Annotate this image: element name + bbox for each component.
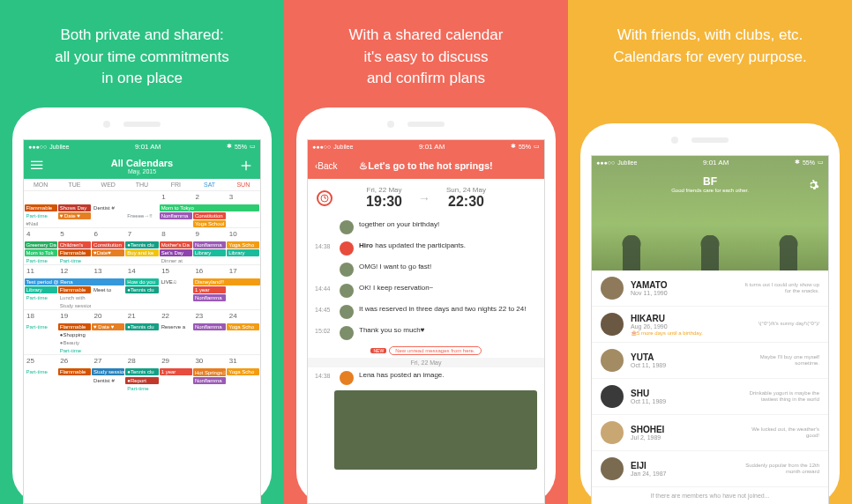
calendar-event[interactable]: Mom to Tok — [25, 249, 57, 256]
friend-row[interactable]: SHUOct 11, 1989Drinkable yogurt is maybe… — [592, 379, 828, 415]
calendar-event[interactable]: Library — [25, 286, 57, 293]
calendar-event[interactable]: Yoga School — [193, 220, 226, 227]
friend-row[interactable]: HIKARUAug 26, 1990🎂5 more days until a b… — [592, 307, 828, 343]
calendar-event[interactable]: Buy and ke — [125, 249, 158, 256]
calendar-event[interactable]: Nonflamma — [160, 212, 192, 219]
phone-frame: ●●●○○Jubilee 9:01 AM ✱55%▭ All Calendars… — [12, 107, 272, 504]
friend-row[interactable]: EIJIJan 24, 1987Suddenly popular from th… — [592, 451, 828, 487]
friend-row[interactable]: YUTAOct 11, 1989Maybe I'll buy one mysel… — [592, 343, 828, 379]
calendar-event[interactable]: Mother's Da — [160, 241, 192, 248]
calendar-event[interactable]: Yoga Scho — [227, 368, 259, 375]
friend-quote: \(°0°)/It's sunny day!\(°0°)/ — [759, 321, 819, 327]
calendar-event[interactable]: Yoga Scho — [227, 323, 259, 330]
calendar-event[interactable]: How do you — [125, 278, 158, 285]
chat-message[interactable]: 15:02Thank you so much♥ — [308, 322, 544, 344]
calendar-event[interactable]: Part-time — [25, 323, 57, 330]
calendar-event[interactable]: Greenery Da — [25, 241, 57, 248]
status-time: 9:01 AM — [419, 143, 445, 151]
gear-icon[interactable] — [807, 179, 819, 193]
posted-image[interactable] — [334, 390, 537, 470]
calendar-event[interactable]: 1 year — [160, 368, 192, 375]
menu-button[interactable] — [31, 159, 63, 173]
calendar-event[interactable]: Library — [193, 249, 226, 256]
calendar-event[interactable]: Shows Day — [58, 204, 91, 211]
friend-row[interactable]: SHOHEIJul 2, 1989We lucked out, the weat… — [592, 415, 828, 451]
calendar-event[interactable]: Library — [227, 249, 259, 256]
nav-title[interactable]: All Calendars — [63, 158, 221, 168]
new-messages-divider: NEWNew unread messages from here. — [308, 344, 544, 358]
calendar-event[interactable]: Hot Springs♨ — [193, 368, 226, 376]
calendar-event[interactable]: Flammable — [58, 249, 91, 256]
calendar-event[interactable]: ●Tennis clu — [125, 286, 158, 293]
calendar-event[interactable]: ●Tennis clu — [125, 323, 158, 330]
calendar-event[interactable]: Part-time — [25, 257, 57, 264]
footer-hint: If there are members who have not joined… — [592, 487, 828, 504]
calendar-event[interactable]: Dentist # — [92, 204, 124, 211]
calendar-event[interactable]: Nonflamma — [193, 377, 226, 384]
svg-rect-2 — [31, 168, 42, 169]
calendar-grid[interactable]: 123FlammableShows DayDentist #Mom to Tok… — [24, 190, 260, 392]
friend-row[interactable]: YAMATONov 11, 1990It turns out I could o… — [592, 271, 828, 307]
calendar-event[interactable]: Part-time — [125, 385, 158, 392]
calendar-event[interactable]: Part-time — [25, 368, 57, 375]
chat-message[interactable]: together on your birthday! — [308, 217, 544, 238]
avatar — [601, 349, 624, 372]
chat-message[interactable]: 14:38 Lena has posted an image. — [308, 367, 544, 389]
friend-quote: Drinkable yogurt is maybe the tastiest t… — [740, 390, 819, 403]
calendar-event[interactable]: Mom to Tokyo — [160, 204, 260, 211]
group-title: BF — [592, 175, 828, 188]
calendar-event[interactable]: ●Tennis clu — [125, 241, 158, 248]
clock-icon — [317, 190, 333, 206]
calendar-event[interactable]: Nonflamma — [193, 323, 226, 330]
avatar — [340, 371, 354, 385]
calendar-event[interactable]: Constitution — [92, 241, 124, 248]
calendar-event[interactable]: ♥ Date ♥ — [92, 323, 124, 330]
calendar-event[interactable]: Flammable — [58, 323, 91, 330]
calendar-event[interactable]: Lunch with — [58, 294, 91, 301]
calendar-event[interactable]: Part-time — [58, 347, 91, 354]
calendar-event[interactable]: Freeee→!! — [125, 212, 158, 219]
friend-list[interactable]: YAMATONov 11, 1990It turns out I could o… — [592, 271, 828, 504]
calendar-event[interactable]: Part-time — [25, 294, 57, 301]
calendar-event[interactable]: Nonflamma — [193, 294, 226, 301]
calendar-event[interactable]: ●Report — [125, 377, 158, 384]
calendar-event[interactable]: Study session — [58, 302, 91, 309]
calendar-event[interactable]: ●Tennis clu — [125, 368, 158, 375]
calendar-event[interactable]: Flammable — [58, 368, 91, 375]
chat-message[interactable]: 14:45It was reserved in three days and t… — [308, 301, 544, 322]
calendar-event[interactable]: ●Shopping — [58, 331, 91, 338]
calendar-event[interactable]: Constitution — [193, 212, 226, 219]
calendar-event[interactable]: #Nail — [25, 220, 57, 227]
calendar-event[interactable]: 1 year — [193, 286, 226, 293]
chat-message[interactable]: 14:38Hiro has updated the participants. — [308, 238, 544, 259]
calendar-event[interactable]: LIVE♫ — [160, 278, 192, 285]
calendar-event[interactable]: Dentist # — [92, 377, 124, 384]
add-button[interactable] — [221, 159, 253, 173]
calendar-event[interactable]: Dinner at — [160, 257, 192, 264]
calendar-event[interactable]: Flammable — [25, 204, 57, 211]
chat-message[interactable]: OMG! I want to go fast! — [308, 259, 544, 280]
group-subtitle: Good friends care for each other. — [592, 188, 828, 193]
calendar-event[interactable]: Disneyland!! — [193, 278, 260, 285]
chat-message[interactable]: 14:44OK! I keep reservation~ — [308, 280, 544, 301]
event-times[interactable]: Fri, 22 May19:30 → Sun, 24 May22:30 — [308, 179, 544, 217]
chat-body[interactable]: together on your birthday!14:38Hiro has … — [308, 217, 544, 503]
calendar-event[interactable]: Yoga Scho — [227, 241, 259, 248]
friend-name: SHU — [631, 389, 666, 398]
calendar-event[interactable]: Meet to — [92, 286, 124, 293]
calendar-event[interactable]: Nonflamma — [193, 241, 226, 248]
calendar-event[interactable]: Children's — [58, 241, 91, 248]
calendar-event[interactable]: ●Beauty — [58, 339, 91, 346]
calendar-event[interactable]: Study session — [92, 368, 124, 375]
back-button[interactable]: ‹ Back — [315, 161, 347, 171]
calendar-event[interactable]: Part-time — [25, 212, 57, 219]
tagline: With a shared calendar it's easy to disc… — [349, 25, 504, 99]
calendar-event[interactable]: Flammable — [58, 286, 91, 293]
calendar-event[interactable]: ♥ Date ♥ — [58, 212, 91, 219]
calendar-event[interactable]: Set's Day — [160, 249, 192, 256]
calendar-event[interactable]: Test period @ Rena — [25, 278, 125, 285]
statusbar: ●●●○○Jubilee 9:01 AM ✱55%▭ — [592, 156, 828, 168]
calendar-event[interactable]: ♥Date♥ — [92, 249, 124, 256]
calendar-event[interactable]: Part-time — [58, 257, 91, 264]
calendar-event[interactable]: Reserve a — [160, 323, 192, 330]
